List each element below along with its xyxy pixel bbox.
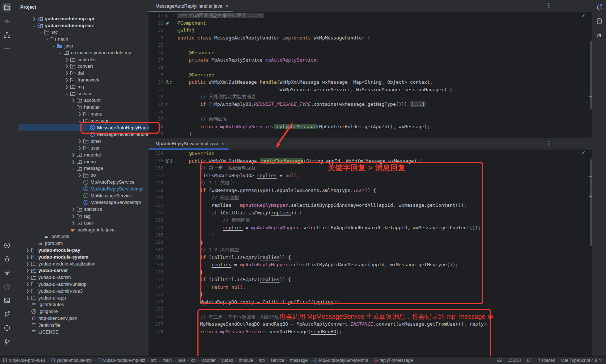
tree-item-mpmessageserviceimpl[interactable]: CMpMessageServiceImpl	[14, 199, 149, 206]
tree-item-package-info-java[interactable]: package-info.java	[14, 226, 149, 233]
breadcrumb-iocoder[interactable]: iocoder	[201, 358, 216, 363]
maven-tool-icon[interactable]: m	[595, 30, 603, 39]
tab-message-auto-reply-handler[interactable]: C MessageAutoReplyHandler.java ×	[149, 0, 233, 12]
breadcrumb-replyformessage[interactable]: mreplyForMessage	[373, 358, 413, 363]
tree-item-framework[interactable]: ❯framework	[14, 76, 149, 83]
tree-item-material[interactable]: ❯material	[14, 151, 149, 158]
tree-item-statistics[interactable]: ❯statistics	[14, 206, 149, 213]
chevron-right-icon[interactable]: ❯	[25, 262, 31, 266]
chevron-right-icon[interactable]: ❯	[64, 71, 70, 75]
code-line-24[interactable]: 24public class MessageAutoReplyHandler i…	[149, 34, 595, 41]
chevron-down-icon[interactable]: ⌄	[44, 37, 50, 41]
chevron-down-icon[interactable]: ⌄	[64, 92, 70, 96]
code-line-36[interactable]: 36	[149, 108, 595, 115]
fold-chevron-icon[interactable]: ❯	[163, 13, 175, 18]
breadcrumb-ruoyi-vue-pro-vue3[interactable]: ruoyi-vue-pro-vue3	[3, 358, 45, 363]
chevron-down-icon[interactable]: ⌄	[51, 44, 57, 48]
tree-item-yudao-module-mp-api[interactable]: ❯yudao-module-mp-api	[14, 15, 149, 22]
overrides-method-icon[interactable]: @	[163, 80, 175, 84]
code-line-22[interactable]: 22@Component	[149, 19, 595, 26]
tree-item-menu[interactable]: ❯menu	[14, 110, 149, 117]
fold-chevron-icon[interactable]: ❯	[163, 102, 175, 106]
overrides-method-icon[interactable]: @	[163, 158, 175, 163]
commit-tool-icon[interactable]	[3, 17, 11, 25]
structure-tool-icon[interactable]	[3, 30, 11, 39]
spring-bean-icon[interactable]	[163, 21, 175, 25]
run-tool-icon[interactable]	[3, 241, 11, 250]
code-line-39[interactable]: 39 }	[149, 130, 595, 137]
code-line-29[interactable]: 29 @Override	[149, 71, 595, 78]
tree-item-bo[interactable]: ❯bo	[14, 172, 149, 179]
more-tools-icon[interactable]	[3, 44, 11, 53]
chevron-down-icon[interactable]: ⌄	[57, 51, 63, 55]
profiler-tool-icon[interactable]	[3, 282, 11, 291]
chevron-right-icon[interactable]: ❯	[77, 146, 83, 150]
breadcrumb-src[interactable]: src	[151, 358, 157, 363]
breadcrumb-service[interactable]: service	[271, 358, 284, 363]
editor-options-kebab-icon[interactable]: ⋮	[546, 2, 552, 9]
code-line-33[interactable]: 33❯ if (!MpAutoReplyDO.REQUEST_MESSAGE_T…	[149, 101, 595, 108]
tree-item-tag[interactable]: ❯tag	[14, 213, 149, 219]
tree-item-service[interactable]: ⌄service	[14, 90, 149, 97]
chevron-right-icon[interactable]: ❯	[77, 173, 83, 177]
tree-item-license[interactable]: LICENSE	[14, 329, 149, 335]
tree-item-yudao-module-visualization[interactable]: ❯yudao-module-visualization	[14, 260, 149, 267]
tree-item-yudao-ui-app[interactable]: ❯yudao-ui-app	[14, 294, 149, 301]
code-line-154[interactable]: 154 @Override	[149, 150, 595, 157]
code-line-25[interactable]: 25	[149, 42, 595, 49]
breadcrumb-java[interactable]: java	[177, 358, 185, 363]
status-widget-vue-typescript-4-9-4[interactable]: Vue TypeScript 4.9.4	[561, 358, 601, 363]
debug-tool-icon[interactable]	[3, 255, 11, 263]
inspections-ok-icon[interactable]: ✓	[581, 150, 585, 155]
tree-item-pom-xml[interactable]: mpom.xml	[14, 233, 149, 240]
chevron-right-icon[interactable]: ❯	[31, 17, 37, 21]
tree-item--gitignore[interactable]: .gitignore	[14, 308, 149, 315]
database-tool-icon[interactable]	[595, 17, 603, 25]
tree-item-yudao-module-system[interactable]: ❯yudao-module-system	[14, 254, 149, 260]
breadcrumb-mp[interactable]: mp	[259, 358, 265, 363]
chevron-down-icon[interactable]: ⌄	[70, 105, 76, 109]
tree-item-controller[interactable]: ❯controller	[14, 56, 149, 63]
project-tool-icon[interactable]	[3, 3, 11, 12]
status-right-widgets[interactable]: 155:30LF4 spacesVue TypeScript 4.9.4	[497, 357, 601, 364]
problems-tool-icon[interactable]	[3, 323, 11, 332]
editor-options-kebab-icon[interactable]: ⋮	[546, 140, 552, 146]
tree-item-src[interactable]: ⌄src	[14, 29, 149, 36]
chevron-right-icon[interactable]: ❯	[25, 255, 31, 259]
chevron-down-icon[interactable]: ⌄	[38, 30, 44, 34]
tree-item-yudao-ui-admin-uniapp[interactable]: ❯yudao-ui-admin-uniapp	[14, 281, 149, 288]
top-editor-code[interactable]: 17❯/** 自动回复消息的事件处理器 ...*/22@Component23@…	[149, 12, 595, 138]
chevron-right-icon[interactable]: ❯	[70, 214, 76, 218]
tree-item-yudao-ui-admin-vue3[interactable]: ❯yudao-ui-admin-vue3	[14, 288, 149, 294]
tree-item-user[interactable]: ❯user	[14, 219, 149, 226]
code-line-17[interactable]: 17❯/** 自动回复消息的事件处理器 ...*/	[149, 12, 595, 19]
breadcrumb-cn[interactable]: cn	[191, 358, 196, 363]
chevron-down-icon[interactable]: ⌄	[31, 24, 37, 28]
tree-item-mq[interactable]: ❯mq	[14, 83, 149, 90]
ai-assistant-robot-icon[interactable]	[497, 357, 502, 364]
chevron-down-icon[interactable]: ⌄	[70, 166, 76, 170]
code-line-28[interactable]: 28	[149, 64, 595, 71]
code-line-32[interactable]: 32 // 只处理指定类型的消息	[149, 93, 595, 100]
close-icon[interactable]: ×	[226, 3, 229, 9]
code-line-38[interactable]: 38 return mpAutoReplyService.replyForMes…	[149, 123, 595, 130]
tree-item-menu[interactable]: ❯menu	[14, 158, 149, 165]
chevron-right-icon[interactable]: ❯	[25, 248, 31, 252]
chevron-right-icon[interactable]: ❯	[77, 112, 83, 116]
breadcrumb-main[interactable]: main	[162, 358, 172, 363]
chevron-right-icon[interactable]: ❯	[70, 98, 76, 102]
code-line-26[interactable]: 26 @Resource	[149, 49, 595, 56]
breadcrumb-message[interactable]: message	[290, 358, 308, 363]
tree-item--gitattributes[interactable]: .gitattributes	[14, 301, 149, 308]
chevron-right-icon[interactable]: ❯	[64, 78, 70, 82]
tree-item-mpautoreplyserviceimpl[interactable]: CMpAutoReplyServiceImpl	[14, 185, 149, 192]
build-tool-icon[interactable]	[3, 268, 11, 277]
code-line-30[interactable]: 30@ public WxMpXmlOutMessage handle(WxMp…	[149, 79, 595, 86]
chevron-right-icon[interactable]: ❯	[64, 64, 70, 68]
chevron-right-icon[interactable]: ❯	[64, 85, 70, 89]
code-line-31[interactable]: 31 WxMpService weixinService, WxSessionM…	[149, 86, 595, 93]
chevron-right-icon[interactable]: ❯	[25, 289, 31, 293]
tree-item-yudao-ui-admin[interactable]: ❯yudao-ui-admin	[14, 274, 149, 281]
tree-item-main[interactable]: ⌄main	[14, 35, 149, 42]
chevron-right-icon[interactable]: ❯	[70, 153, 76, 157]
